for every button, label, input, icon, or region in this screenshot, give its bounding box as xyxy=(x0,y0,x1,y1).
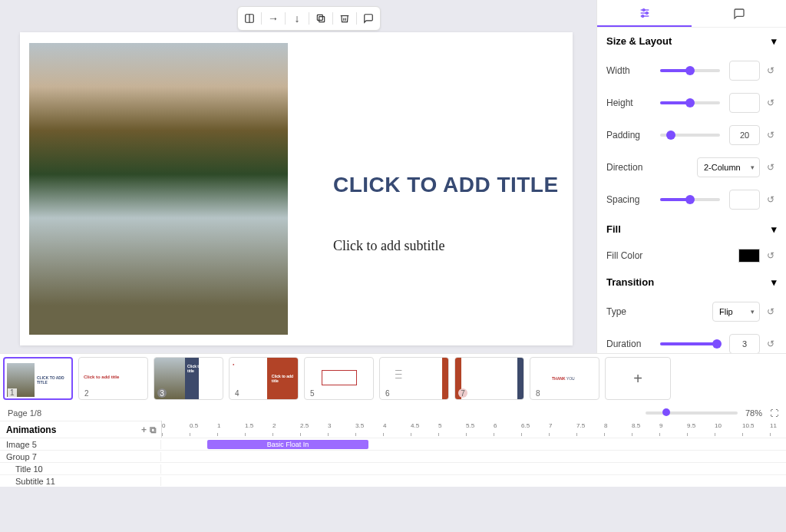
duration-input[interactable] xyxy=(729,334,760,353)
duration-label: Duration xyxy=(606,339,651,349)
arrow-right-button[interactable]: → xyxy=(263,10,283,27)
spacing-label: Spacing xyxy=(606,194,651,205)
layout-button[interactable] xyxy=(239,10,259,27)
thumbnail-8[interactable]: THANK YOU 8 xyxy=(530,357,599,400)
thumbnail-2[interactable]: Click to add title 2 xyxy=(78,357,148,400)
animation-bar[interactable]: Basic Float In xyxy=(207,440,368,449)
arrow-down-button[interactable]: ↓ xyxy=(287,10,307,27)
width-label: Width xyxy=(606,65,651,76)
zoom-value: 78% xyxy=(745,408,762,418)
type-label: Type xyxy=(606,306,651,317)
thumbnail-3[interactable]: Click to addtitle 3 xyxy=(154,357,223,400)
section-fill[interactable]: Fill▾ xyxy=(597,216,786,243)
duplicate-button[interactable] xyxy=(311,10,331,27)
slide-canvas[interactable]: CLICK TO ADD TITLE Click to add subtitle xyxy=(20,32,573,345)
thumbnail-4[interactable]: Click to addtitle ● 4 xyxy=(229,357,299,400)
reset-icon[interactable]: ↺ xyxy=(765,193,777,206)
slide-subtitle[interactable]: Click to add subtitle xyxy=(333,238,445,254)
transition-type-select[interactable]: Flip xyxy=(712,302,760,322)
reset-icon[interactable]: ↺ xyxy=(765,129,777,141)
add-slide-button[interactable]: + xyxy=(605,357,671,400)
status-bar: Page 1/8 78% ⛶ xyxy=(0,405,786,421)
properties-panel: Size & Layout▾ Width ↺ Height ↺ Padding … xyxy=(596,0,786,353)
delete-button[interactable] xyxy=(335,10,355,27)
timeline-ruler[interactable]: 00.511.522.533.544.555.566.577.588.599.5… xyxy=(161,421,786,438)
reset-icon[interactable]: ↺ xyxy=(765,64,777,77)
tab-settings[interactable] xyxy=(597,0,692,27)
direction-label: Direction xyxy=(606,162,651,173)
thumbnail-7[interactable]: 7 xyxy=(454,357,524,400)
padding-input[interactable] xyxy=(729,125,760,145)
slide-toolbar: → ↓ xyxy=(237,6,381,31)
fillcolor-label: Fill Color xyxy=(606,250,651,261)
thumbnail-strip: CLICK TO ADD TITLE 1 Click to add title … xyxy=(0,353,786,405)
duration-slider[interactable] xyxy=(660,342,720,345)
link-animation-icon[interactable]: ⧉ xyxy=(150,425,157,435)
page-indicator: Page 1/8 xyxy=(8,408,41,418)
thumbnail-6[interactable]: ━━━━━━━━━━━━ 6 xyxy=(379,357,449,400)
section-transition[interactable]: Transition▾ xyxy=(597,269,786,296)
reset-icon[interactable]: ↺ xyxy=(765,161,777,173)
animation-row[interactable]: Image 5 Basic Float In xyxy=(0,438,786,450)
animation-row[interactable]: Subtitle 11 xyxy=(0,474,786,487)
spacing-slider[interactable] xyxy=(660,198,720,201)
width-slider[interactable] xyxy=(660,69,720,72)
direction-select[interactable]: 2-Column xyxy=(697,157,760,177)
svg-rect-2 xyxy=(319,17,325,22)
fullscreen-icon[interactable]: ⛶ xyxy=(770,408,778,418)
tab-comments[interactable] xyxy=(692,0,786,27)
add-animation-icon[interactable]: + xyxy=(141,425,147,435)
height-label: Height xyxy=(606,97,651,108)
height-slider[interactable] xyxy=(660,101,720,104)
animation-rows: Image 5 Basic Float In Group 7 Title 10 … xyxy=(0,438,786,487)
comment-button[interactable] xyxy=(358,10,378,27)
svg-rect-3 xyxy=(317,15,322,20)
section-size-layout[interactable]: Size & Layout▾ xyxy=(597,28,786,55)
thumbnail-5[interactable]: 5 xyxy=(304,357,374,400)
reset-icon[interactable]: ↺ xyxy=(765,97,777,109)
spacing-input[interactable] xyxy=(729,190,760,210)
height-input[interactable] xyxy=(729,93,760,113)
fill-color-swatch[interactable] xyxy=(738,249,760,263)
slide-title[interactable]: CLICK TO ADD TITLE xyxy=(333,173,559,197)
thumbnail-1[interactable]: CLICK TO ADD TITLE 1 xyxy=(3,357,73,400)
animation-row[interactable]: Group 7 xyxy=(0,450,786,462)
padding-slider[interactable] xyxy=(660,134,720,137)
reset-icon[interactable]: ↺ xyxy=(765,306,777,318)
animation-row[interactable]: Title 10 xyxy=(0,462,786,474)
reset-icon[interactable]: ↺ xyxy=(765,249,777,262)
slide-image[interactable] xyxy=(29,43,288,335)
zoom-slider[interactable] xyxy=(646,411,738,415)
padding-label: Padding xyxy=(606,130,651,140)
reset-icon[interactable]: ↺ xyxy=(765,338,777,350)
width-input[interactable] xyxy=(729,61,760,81)
